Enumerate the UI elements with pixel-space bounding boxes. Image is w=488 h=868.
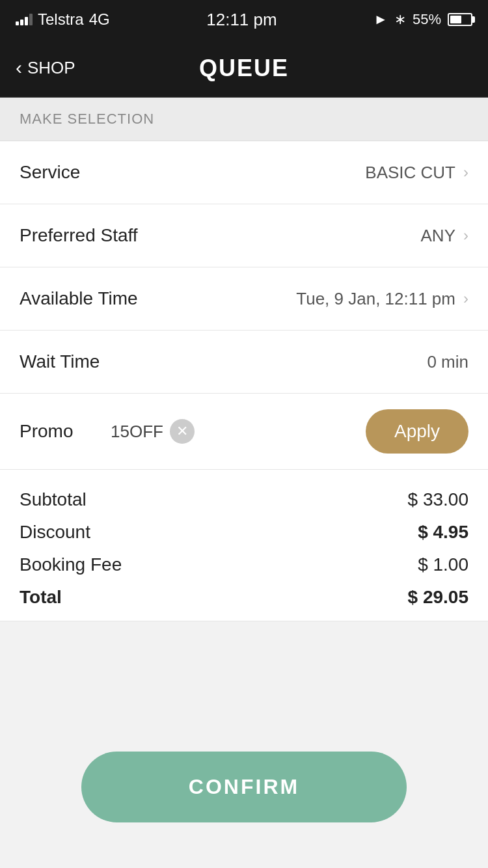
booking-fee-label: Booking Fee [20,554,122,575]
signal-icon [16,14,33,25]
wait-time-label: Wait Time [20,351,100,372]
service-label: Service [20,162,80,183]
subtotal-value: $ 33.00 [408,489,468,510]
confirm-section: CONFIRM [0,719,488,868]
carrier-label: Telstra [38,10,84,29]
network-label: 4G [89,10,110,29]
back-label: SHOP [27,58,75,78]
wait-time-value-group: 0 min [427,352,468,372]
total-label: Total [20,587,62,608]
wait-time-row: Wait Time 0 min [0,331,488,394]
nav-bar: ‹ SHOP QUEUE [0,39,488,98]
preferred-staff-value: ANY [421,226,455,246]
promo-row: Promo 15OFF ✕ Apply [0,394,488,470]
service-value-group: BASIC CUT › [365,163,468,183]
preferred-staff-label: Preferred Staff [20,225,138,246]
service-chevron-icon: › [463,163,468,182]
location-icon: ► [373,11,388,28]
preferred-staff-row[interactable]: Preferred Staff ANY › [0,204,488,267]
selection-content: Service BASIC CUT › Preferred Staff ANY … [0,141,488,621]
total-value: $ 29.05 [408,587,468,608]
back-button[interactable]: ‹ SHOP [16,58,75,79]
subtotal-row: Subtotal $ 33.00 [20,489,468,510]
promo-clear-button[interactable]: ✕ [170,419,195,444]
promo-label: Promo [20,421,98,442]
available-time-label: Available Time [20,288,138,309]
preferred-staff-value-group: ANY › [421,226,468,246]
close-icon: ✕ [176,423,188,440]
booking-fee-row: Booking Fee $ 1.00 [20,554,468,575]
totals-section: Subtotal $ 33.00 Discount $ 4.95 Booking… [0,470,488,621]
bluetooth-icon: ∗ [394,11,406,28]
wait-time-value: 0 min [427,352,468,372]
promo-input-wrapper: 15OFF ✕ [111,419,353,444]
apply-promo-button[interactable]: Apply [366,409,468,454]
status-right: ► ∗ 55% [373,11,472,28]
time-label: 12:11 pm [206,10,277,30]
status-bar: Telstra 4G 12:11 pm ► ∗ 55% [0,0,488,39]
page-title: QUEUE [199,55,289,82]
promo-code-display: 15OFF [111,422,163,442]
service-value: BASIC CUT [365,163,455,183]
battery-icon [448,13,472,26]
discount-value: $ 4.95 [418,522,468,543]
section-header: MAKE SELECTION [0,98,488,141]
bottom-area: CONFIRM [0,621,488,868]
back-chevron-icon: ‹ [16,57,22,79]
discount-row: Discount $ 4.95 [20,522,468,543]
subtotal-label: Subtotal [20,489,87,510]
available-time-row[interactable]: Available Time Tue, 9 Jan, 12:11 pm › [0,267,488,331]
booking-fee-value: $ 1.00 [418,554,468,575]
available-time-chevron-icon: › [463,290,468,308]
available-time-value-group: Tue, 9 Jan, 12:11 pm › [296,289,468,309]
preferred-staff-chevron-icon: › [463,226,468,245]
confirm-button[interactable]: CONFIRM [81,752,407,822]
service-row[interactable]: Service BASIC CUT › [0,141,488,204]
status-left: Telstra 4G [16,10,110,29]
discount-label: Discount [20,522,90,543]
battery-percent: 55% [413,11,441,28]
available-time-value: Tue, 9 Jan, 12:11 pm [296,289,455,309]
total-row: Total $ 29.05 [20,587,468,608]
